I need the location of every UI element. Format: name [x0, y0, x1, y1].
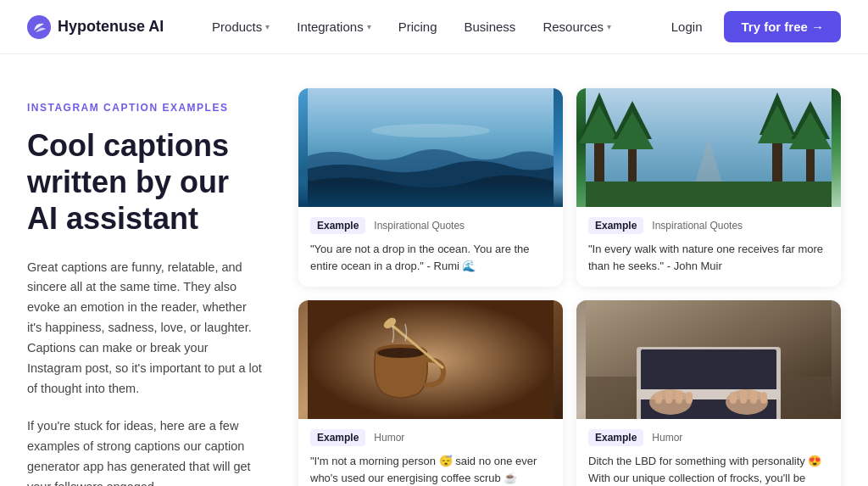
- card-coffee-badge: Example: [310, 429, 365, 446]
- login-link[interactable]: Login: [659, 13, 715, 41]
- svg-rect-16: [586, 182, 832, 207]
- chevron-down-icon: ▾: [265, 22, 270, 31]
- chevron-down-icon: ▾: [367, 22, 371, 31]
- description-paragraph-1: Great captions are funny, relatable, and…: [27, 258, 264, 399]
- card-forest-text: "In every walk with nature one receives …: [588, 241, 829, 275]
- card-ocean-badge: Example: [310, 217, 365, 234]
- laptop-svg: [576, 300, 841, 419]
- card-laptop-meta: Example Humor: [588, 429, 829, 446]
- card-coffee: Example Humor "I'm not a morning person …: [298, 300, 563, 486]
- svg-rect-29: [655, 392, 662, 404]
- svg-rect-32: [686, 392, 693, 404]
- card-ocean-text: "You are not a drop in the ocean. You ar…: [310, 241, 551, 275]
- card-laptop-image: [576, 300, 841, 419]
- card-ocean: Example Inspirational Quotes "You are no…: [298, 88, 563, 287]
- main-heading: Cool captions written by our AI assistan…: [27, 127, 264, 237]
- logo[interactable]: Hypotenuse AI: [27, 15, 164, 39]
- right-panel: Example Inspirational Quotes "You are no…: [298, 88, 841, 486]
- card-forest-image: [576, 88, 841, 207]
- card-coffee-meta: Example Humor: [310, 429, 551, 446]
- brand-name: Hypotenuse AI: [58, 18, 164, 36]
- nav-resources[interactable]: Resources ▾: [531, 13, 623, 41]
- section-label: INSTAGRAM CAPTION EXAMPLES: [27, 102, 264, 114]
- chevron-down-icon: ▾: [607, 22, 611, 31]
- svg-point-2: [371, 124, 490, 137]
- card-coffee-image: [298, 300, 563, 419]
- svg-rect-36: [760, 392, 767, 404]
- description-paragraph-2: If you're stuck for ideas, here are a fe…: [27, 416, 264, 486]
- card-forest-badge: Example: [588, 217, 643, 234]
- svg-rect-1: [308, 88, 554, 207]
- logo-icon: [27, 15, 51, 39]
- card-coffee-category: Humor: [374, 432, 404, 444]
- card-coffee-text: "I'm not a morning person 😴 said no one …: [310, 453, 551, 486]
- coffee-svg: [298, 300, 563, 419]
- forest-svg: [576, 88, 841, 207]
- card-forest-meta: Example Inspirational Quotes: [588, 217, 829, 234]
- ocean-svg: [298, 88, 563, 207]
- card-ocean-image: [298, 88, 563, 207]
- try-free-button[interactable]: Try for free →: [724, 11, 841, 42]
- card-ocean-body: Example Inspirational Quotes "You are no…: [298, 207, 563, 287]
- card-laptop-category: Humor: [652, 432, 682, 444]
- card-coffee-body: Example Humor "I'm not a morning person …: [298, 419, 563, 486]
- card-laptop: Example Humor Ditch the LBD for somethin…: [576, 300, 841, 486]
- card-forest: Example Inspirational Quotes "In every w…: [576, 88, 841, 287]
- svg-point-19: [377, 348, 425, 358]
- card-forest-body: Example Inspirational Quotes "In every w…: [576, 207, 841, 287]
- cards-grid: Example Inspirational Quotes "You are no…: [298, 88, 841, 486]
- svg-rect-31: [676, 390, 682, 404]
- card-laptop-badge: Example: [588, 429, 643, 446]
- card-laptop-text: Ditch the LBD for something with persona…: [588, 453, 829, 486]
- main-content: INSTAGRAM CAPTION EXAMPLES Cool captions…: [0, 54, 868, 486]
- nav-actions: Login Try for free →: [659, 11, 841, 42]
- nav-pricing[interactable]: Pricing: [387, 13, 449, 41]
- card-ocean-category: Inspirational Quotes: [374, 220, 465, 232]
- card-ocean-meta: Example Inspirational Quotes: [310, 217, 551, 234]
- svg-rect-34: [740, 390, 747, 404]
- nav-integrations[interactable]: Integrations ▾: [285, 13, 382, 41]
- svg-rect-33: [730, 392, 737, 404]
- left-panel: INSTAGRAM CAPTION EXAMPLES Cool captions…: [27, 88, 298, 486]
- navbar: Hypotenuse AI Products ▾ Integrations ▾ …: [0, 0, 868, 54]
- nav-business[interactable]: Business: [453, 13, 528, 41]
- card-forest-category: Inspirational Quotes: [652, 220, 743, 232]
- svg-rect-35: [750, 390, 757, 404]
- svg-rect-30: [665, 390, 672, 404]
- nav-products[interactable]: Products ▾: [200, 13, 281, 41]
- nav-links: Products ▾ Integrations ▾ Pricing Busine…: [200, 13, 623, 41]
- card-laptop-body: Example Humor Ditch the LBD for somethin…: [576, 419, 841, 486]
